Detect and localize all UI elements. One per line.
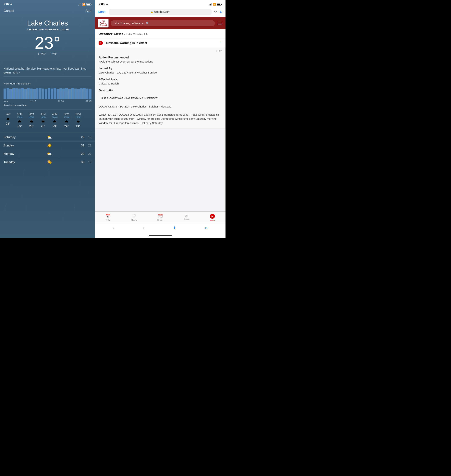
battery-icon-left	[86, 3, 92, 6]
alert-card-header[interactable]: ! Hurricane Warning is in effect ⌃	[95, 38, 226, 48]
daily-low-sunday: 22	[84, 144, 92, 147]
share-button[interactable]: ⬆	[171, 225, 178, 231]
nws-alert-text: National Weather Service: Hurricane warn…	[4, 67, 86, 74]
precipitation-section: Next-Hour Precipitation	[0, 82, 95, 108]
learn-more-link[interactable]: ›	[19, 71, 20, 74]
precip-bar	[89, 89, 92, 99]
location-arrow-right: ✈	[106, 3, 108, 6]
precip-times: Now 12:15 12:30 12:45	[0, 99, 95, 103]
daily-low-saturday: 19	[84, 135, 92, 139]
precip-bar	[9, 89, 12, 99]
daily-icon-monday: ⛅	[21, 152, 77, 156]
hourly-pct-5pm: 100%	[64, 116, 69, 119]
hourly-temp-6pm: 24°	[76, 125, 80, 128]
hourly-pct-1pm: 100%	[17, 116, 23, 119]
tab-10day[interactable]: 📆 10 Day	[147, 213, 173, 222]
city-name: Lake Charles	[4, 19, 92, 27]
hourly-icon-4pm: 🌧	[53, 119, 57, 124]
tab-label-today: Today	[106, 219, 111, 221]
precip-bar	[6, 88, 9, 99]
weather-site-header: The Weather Channel Lake Charles, LA Wea…	[95, 17, 226, 29]
tab-icon-10day: 📆	[158, 214, 163, 218]
precip-bar	[51, 89, 53, 99]
hourly-time-1pm: 1PM	[17, 113, 22, 116]
scroll-content[interactable]: Weather Alerts - Lake Charles, LA ! Hurr…	[95, 29, 226, 211]
hourly-time-now: Now	[6, 113, 11, 116]
tab-label-delta: Delta	[210, 219, 215, 221]
refresh-button[interactable]: ↻	[220, 10, 223, 14]
status-bar-right: 7:03 ✈ 📶	[95, 0, 226, 7]
safari-nav: Done 🔒 weather.com AA ↻	[95, 7, 226, 17]
hourly-item-5pm: 5PM 100% 🌧 24°	[62, 113, 71, 128]
tab-hourly[interactable]: ⏱ Hourly	[121, 213, 147, 222]
temperature-display: 23°	[0, 34, 95, 51]
hourly-scroll[interactable]: Now 🌧 23° 1PM 100% 🌧 23° 2PM 100% 🌧 23° …	[0, 111, 95, 129]
daily-high-sunday: 31	[77, 144, 84, 147]
tab-label-radar: Radar	[184, 218, 189, 220]
daily-high-saturday: 29	[77, 135, 84, 139]
menu-button[interactable]	[217, 21, 223, 25]
logo-line1: The	[99, 20, 107, 22]
precip-label: Next-Hour Precipitation	[0, 82, 95, 85]
daily-day-sunday: Sunday	[4, 144, 21, 147]
hourly-item-3pm: 3PM 100% 🌧 23°	[39, 113, 48, 128]
cancel-button[interactable]: Cancel	[4, 9, 14, 13]
precip-bar	[39, 88, 42, 99]
precip-bar	[33, 89, 36, 99]
signal-bar-r2	[210, 4, 210, 6]
weather-search-bar[interactable]: Lake Charles, LA Weather 🔍	[111, 20, 215, 26]
done-button[interactable]: Done	[98, 10, 107, 14]
precip-bar	[36, 88, 39, 99]
url-bar[interactable]: 🔒 weather.com	[109, 9, 212, 15]
add-button[interactable]: Add	[85, 9, 92, 13]
weather-alerts-title: Weather Alerts	[99, 32, 123, 36]
signal-bar-1	[78, 5, 79, 6]
hourly-item-1pm: 1PM 100% 🌧 23°	[15, 113, 24, 128]
home-indicator	[95, 234, 226, 238]
alert-detail-issued: Issued By Lake Charles - LA, US, Nationa…	[95, 65, 225, 76]
precip-bar	[48, 88, 50, 99]
tab-delta[interactable]: ▶ Delta	[200, 213, 226, 222]
precip-bar	[21, 88, 24, 99]
bookmarks-button[interactable]: ⊙	[203, 226, 210, 231]
menu-line-2	[218, 23, 222, 23]
hourly-pct-4pm: 100%	[52, 116, 58, 119]
hourly-icon-6pm: 🌧	[76, 119, 80, 124]
hourly-time-3pm: 3PM	[41, 113, 46, 116]
hourly-time-4pm: 4PM	[52, 113, 57, 116]
tab-today[interactable]: 📅 Today	[95, 213, 121, 222]
precip-bar	[24, 89, 27, 99]
daily-day-monday: Monday	[4, 152, 21, 156]
signal-bar-r1	[209, 5, 209, 6]
forward-button[interactable]: ›	[141, 225, 146, 231]
hourly-icon-1pm: 🌧	[18, 119, 22, 124]
precip-time-1245: 12:45	[86, 100, 92, 103]
right-panel: 7:03 ✈ 📶 Done 🔒 weather.com	[95, 0, 226, 238]
action-value: Avoid the subject event as per the instr…	[99, 60, 222, 63]
alert-detail-desc: Description	[95, 87, 225, 94]
hourly-icon-5pm: 🌧	[64, 119, 69, 124]
action-label: Action Recommended	[99, 56, 222, 59]
signal-bar-3	[80, 4, 80, 6]
alert-detail-card: 1 of 7 Action Recommended Avoid the subj…	[95, 48, 226, 129]
hourly-pct-2pm: 100%	[29, 116, 34, 119]
tab-icon-radar: ◎	[185, 214, 188, 218]
hourly-time-2pm: 2PM	[29, 113, 34, 116]
back-button[interactable]: ‹	[111, 225, 116, 231]
logo-line2: Weather	[99, 22, 107, 24]
issued-label: Issued By	[99, 67, 222, 70]
text-size-button[interactable]: AA	[214, 11, 217, 13]
precip-bar	[4, 89, 6, 99]
precip-bar	[18, 89, 21, 99]
daily-high-monday: 29	[77, 152, 84, 156]
signal-bar-2	[79, 4, 79, 6]
daily-day-saturday: Saturday	[4, 135, 21, 139]
alert-description: ...HURRICANE WARNING REMAINS IN EFFECT..…	[95, 94, 225, 128]
tab-radar[interactable]: ◎ Radar	[173, 213, 200, 222]
precip-bar	[13, 88, 15, 99]
city-section: Lake Charles ⚠ HURRICANE WARNING & 1 MOR…	[0, 16, 95, 33]
alert-location: - Lake Charles, LA	[124, 33, 148, 36]
chevron-up-icon[interactable]: ⌃	[219, 41, 222, 45]
warning-badge: ⚠ HURRICANE WARNING & 1 MORE	[4, 28, 92, 31]
alert-detail-action: Action Recommended Avoid the subject eve…	[95, 54, 225, 65]
